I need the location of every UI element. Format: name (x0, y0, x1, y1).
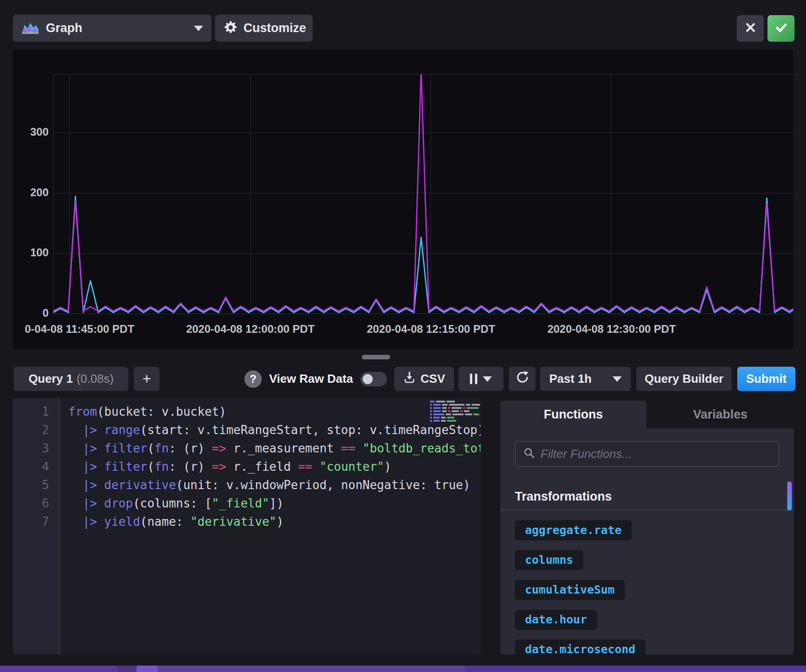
chevron-down-icon (483, 376, 492, 382)
code-line[interactable]: |> filter(fn: (r) => r._measurement == "… (61, 439, 480, 457)
plus-icon: + (143, 370, 151, 387)
view-type-dropdown[interactable]: Graph (13, 15, 211, 42)
line-number: 2 (13, 421, 59, 439)
query-duration: (0.08s) (77, 372, 114, 386)
code-line[interactable]: |> yield(name: "derivative") (61, 512, 480, 531)
close-icon (744, 21, 757, 36)
save-button[interactable] (767, 15, 795, 42)
tab-functions-label: Functions (544, 408, 603, 422)
functions-panel: Functions Variables Transformations aggr… (500, 398, 794, 655)
line-number: 1 (13, 402, 59, 421)
bottom-progress-bar (0, 666, 806, 672)
y-axis-tick: 100 (16, 246, 49, 259)
query-builder-button[interactable]: Query Builder (636, 367, 732, 391)
submit-button[interactable]: Submit (737, 367, 795, 391)
area-graph-icon (21, 20, 39, 37)
download-csv-button[interactable]: CSV (394, 367, 454, 391)
tab-variables-label: Variables (693, 408, 748, 422)
functions-panel-body: Transformations aggregate.ratecolumnscum… (500, 428, 794, 655)
pause-icon (470, 374, 477, 384)
code-line[interactable]: |> filter(fn: (r) => r._field == "counte… (61, 457, 480, 476)
customize-label: Customize (243, 21, 306, 35)
x-axis-tick: 2020-04-08 12:30:00 PDT (547, 323, 676, 336)
chevron-down-icon (194, 26, 203, 31)
line-number: 3 (13, 439, 59, 457)
y-axis-tick: 0 (16, 307, 49, 319)
plot-area[interactable] (53, 74, 793, 314)
line-number: 6 (13, 494, 59, 512)
help-icon[interactable]: ? (244, 370, 262, 388)
query-tab[interactable]: Query 1 (0.08s) (14, 367, 128, 391)
scrollbar-thumb[interactable] (787, 481, 792, 511)
query-builder-label: Query Builder (645, 372, 723, 386)
x-axis-tick: 2020-04-08 12:15:00 PDT (367, 323, 495, 336)
code-line[interactable]: from(bucket: v.bucket) (61, 402, 480, 421)
cancel-button[interactable] (737, 15, 764, 42)
y-axis-tick: 300 (16, 126, 49, 138)
y-axis-tick: 200 (16, 186, 49, 199)
line-number: 5 (13, 476, 59, 494)
chart-svg (53, 74, 793, 314)
function-chip[interactable]: columns (515, 550, 583, 570)
refresh-button[interactable] (509, 367, 535, 391)
flux-code-editor[interactable]: 1234567 from(bucket: v.bucket) |> range(… (13, 398, 480, 655)
filter-functions-input[interactable] (541, 447, 771, 461)
view-type-label: Graph (46, 21, 83, 35)
section-divider (500, 509, 794, 510)
view-raw-data-label: View Raw Data (269, 372, 353, 386)
code-minimap[interactable] (430, 401, 480, 423)
filter-functions-box (515, 441, 779, 467)
refresh-icon (515, 370, 529, 387)
submit-label: Submit (746, 372, 786, 386)
function-list: aggregate.ratecolumnscumulativeSumdate.h… (515, 520, 646, 655)
checkmark-icon (774, 21, 788, 36)
csv-label: CSV (420, 372, 445, 386)
tab-functions[interactable]: Functions (500, 401, 646, 428)
time-range-dropdown[interactable]: Past 1h (540, 367, 631, 391)
time-range-label: Past 1h (549, 372, 592, 386)
function-chip[interactable]: date.hour (515, 610, 597, 630)
code-lines[interactable]: from(bucket: v.bucket) |> range(start: v… (61, 402, 480, 655)
add-query-button[interactable]: + (134, 367, 160, 391)
code-line[interactable]: |> drop(columns: ["_field"]) (61, 494, 480, 512)
line-number: 4 (13, 457, 59, 476)
view-raw-data-control: ? View Raw Data (244, 367, 387, 391)
x-axis-tick: 2020-04-08 12:00:00 PDT (186, 323, 315, 336)
editor-gutter: 1234567 (13, 398, 60, 655)
chart-panel: 300 200 100 0 0-04-08 11:45:00 PDT 2020-… (13, 50, 793, 349)
customize-button[interactable]: Customize (215, 15, 313, 42)
section-header-transformations: Transformations (515, 490, 612, 504)
line-number: 7 (13, 512, 59, 531)
chevron-down-icon (613, 376, 622, 382)
x-axis-tick: 0-04-08 11:45:00 PDT (25, 323, 134, 336)
resize-drag-handle[interactable] (362, 355, 390, 359)
tab-variables[interactable]: Variables (646, 401, 794, 428)
download-icon (403, 371, 416, 387)
toggle-knob (363, 374, 373, 384)
gear-icon (223, 20, 238, 37)
view-raw-data-toggle[interactable] (360, 372, 387, 386)
function-chip[interactable]: cumulativeSum (515, 580, 625, 600)
code-line[interactable]: |> range(start: v.timeRangeStart, stop: … (61, 421, 480, 439)
influxdb-data-explorer: Graph Customize 300 200 100 0 0-04-08 11… (0, 0, 806, 672)
code-line[interactable]: |> derivative(unit: v.windowPeriod, nonN… (61, 476, 480, 494)
query-tab-label: Query 1 (28, 372, 73, 386)
function-chip[interactable]: aggregate.rate (515, 520, 632, 540)
pause-dropdown-button[interactable] (458, 367, 503, 391)
search-icon (523, 447, 535, 461)
function-chip[interactable]: date.microsecond (515, 639, 646, 655)
